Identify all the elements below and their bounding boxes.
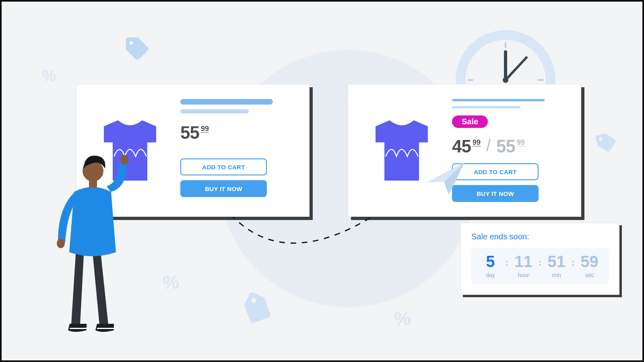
buy-now-button[interactable]: BUY IT NOW: [180, 180, 267, 197]
price-cents: 99: [201, 125, 209, 133]
svg-point-24: [99, 170, 102, 175]
countdown-day: 5 day: [475, 253, 506, 278]
price-main: 55: [180, 124, 199, 142]
title-placeholder: [180, 99, 273, 105]
add-to-cart-button[interactable]: ADD TO CART: [452, 163, 539, 180]
countdown-sec-value: 59: [574, 253, 605, 269]
product-card-after: Sale 45 99 / 55 99 ADD TO CART BUY IT NO…: [348, 84, 581, 217]
countdown-sec-label: sec: [574, 272, 605, 278]
countdown-min: 51 min: [541, 253, 572, 278]
countdown-hour: 11 hour: [508, 253, 539, 278]
countdown-separator: :: [539, 257, 541, 274]
tag-icon: [233, 285, 281, 333]
title-placeholder: [452, 99, 545, 101]
percent-icon: %: [42, 66, 61, 85]
tag-icon: [591, 128, 621, 157]
svg-text:%: %: [394, 308, 411, 329]
sale-price-cents: 99: [473, 138, 481, 147]
countdown-timer: 5 day : 11 hour : 51 min : 59 sec: [471, 248, 609, 284]
countdown-day-label: day: [475, 272, 506, 278]
countdown-hour-label: hour: [508, 272, 539, 278]
orig-price-main: 55: [496, 138, 515, 155]
sale-price-main: 45: [452, 138, 471, 155]
svg-point-20: [57, 239, 65, 248]
subtitle-placeholder: [452, 106, 520, 108]
countdown-min-label: min: [541, 272, 572, 278]
countdown-title: Sale ends soon:: [471, 232, 609, 241]
paper-plane-icon: [426, 162, 464, 196]
svg-rect-18: [70, 328, 87, 329]
price: 55 99: [180, 124, 293, 142]
orig-price-cents: 99: [517, 138, 525, 155]
countdown-sec: 59 sec: [574, 253, 605, 278]
svg-rect-19: [97, 328, 114, 329]
subtitle-placeholder: [180, 109, 249, 113]
countdown-panel: Sale ends soon: 5 day : 11 hour : 51 min…: [460, 223, 619, 295]
percent-icon: %: [394, 307, 417, 330]
svg-point-8: [503, 77, 508, 83]
svg-point-9: [130, 41, 134, 45]
countdown-hour-value: 11: [508, 253, 539, 269]
price-separator: /: [486, 138, 491, 154]
tag-icon: [122, 34, 151, 63]
percent-icon: %: [163, 271, 185, 294]
svg-text:%: %: [42, 67, 56, 84]
buy-now-button[interactable]: BUY IT NOW: [452, 185, 539, 202]
sale-badge: Sale: [452, 115, 488, 128]
countdown-min-value: 51: [541, 253, 572, 269]
person-illustration: [52, 148, 140, 338]
countdown-separator: :: [506, 257, 508, 274]
svg-point-21: [120, 155, 128, 165]
countdown-day-value: 5: [475, 253, 506, 269]
price: 45 99 / 55 99: [452, 138, 565, 155]
countdown-separator: :: [572, 257, 574, 274]
svg-text:%: %: [163, 272, 180, 293]
add-to-cart-button[interactable]: ADD TO CART: [180, 158, 267, 175]
